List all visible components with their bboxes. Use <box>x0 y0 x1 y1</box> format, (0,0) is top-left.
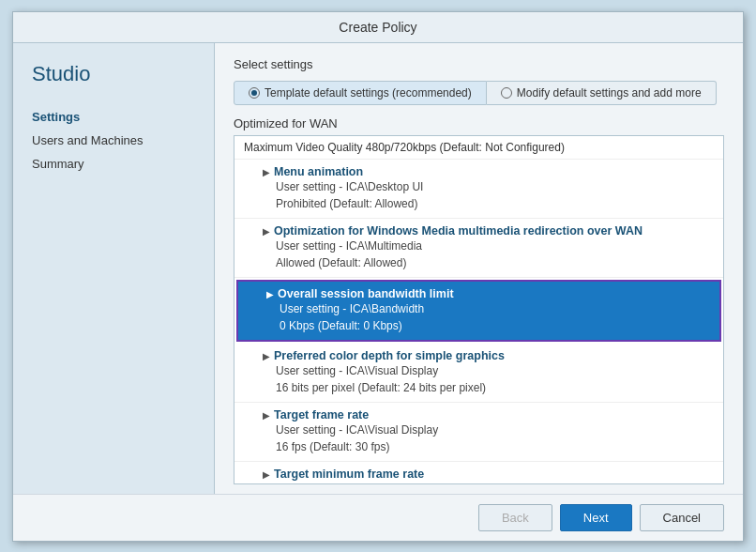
next-button[interactable]: Next <box>560 504 632 531</box>
item-sub1: User setting - ICA\Multimedia <box>263 238 714 254</box>
radio-modify-label: Modify default settings and add more <box>517 86 702 100</box>
expand-icon: ▶ <box>263 469 270 480</box>
expand-icon: ▶ <box>263 410 270 421</box>
settings-list[interactable]: Maximum Video Quality 480p/720kbps (Defa… <box>234 135 724 484</box>
sidebar-item-summary[interactable]: Summary <box>13 152 214 176</box>
back-button[interactable]: Back <box>478 504 552 531</box>
create-policy-dialog: Create Policy Studio Settings Users and … <box>12 11 744 542</box>
sidebar-item-settings[interactable]: Settings <box>13 105 214 129</box>
settings-item-header: ▶ Menu animation <box>263 165 714 178</box>
item-title: Overall session bandwidth limit <box>278 287 454 300</box>
expand-icon: ▶ <box>263 167 270 177</box>
list-item[interactable]: ▶ Optimization for Windows Media multime… <box>234 219 723 278</box>
item-sub1: User setting - ICA\Bandwidth <box>266 300 710 317</box>
dialog-title: Create Policy <box>13 12 743 43</box>
sidebar-item-users-and-machines[interactable]: Users and Machines <box>13 129 214 152</box>
settings-item-header: ▶ Target minimum frame rate <box>263 468 714 481</box>
item-title: Optimization for Windows Media multimedi… <box>274 224 643 238</box>
optimized-for-label: Optimized for WAN <box>234 116 724 130</box>
radio-group: Template default settings (recommended) … <box>234 81 724 105</box>
radio-modify[interactable]: Modify default settings and add more <box>487 81 717 105</box>
dialog-body: Studio Settings Users and Machines Summa… <box>13 43 743 494</box>
sidebar: Studio Settings Users and Machines Summa… <box>13 43 215 494</box>
radio-template-label: Template default settings (recommended) <box>265 86 472 100</box>
list-item[interactable]: ▶ Target frame rate User setting - ICA\V… <box>234 403 723 462</box>
item-sub2: 16 fps (Default: 30 fps) <box>263 438 714 455</box>
item-title: Preferred color depth for simple graphic… <box>274 349 505 362</box>
item-sub1: User setting - ICA\Visual Display\Moving… <box>263 481 714 484</box>
radio-template-circle <box>249 87 260 99</box>
main-content: Select settings Template default setting… <box>215 43 743 494</box>
item-sub2: 0 Kbps (Default: 0 Kbps) <box>266 317 710 334</box>
cancel-button[interactable]: Cancel <box>640 504 724 531</box>
item-sub2: Allowed (Default: Allowed) <box>263 254 714 271</box>
settings-item-header: ▶ Optimization for Windows Media multime… <box>263 224 714 238</box>
item-title: Menu animation <box>274 165 363 178</box>
settings-item-header: ▶ Overall session bandwidth limit <box>266 287 710 300</box>
item-sub2: Prohibited (Default: Allowed) <box>263 195 714 212</box>
list-item[interactable]: ▶ Preferred color depth for simple graph… <box>234 344 723 403</box>
select-settings-label: Select settings <box>234 57 724 71</box>
item-title: Target frame rate <box>274 408 369 422</box>
expand-icon: ▶ <box>263 351 270 361</box>
list-item-highlighted[interactable]: ▶ Overall session bandwidth limit User s… <box>236 280 721 342</box>
item-sub2: 16 bits per pixel (Default: 24 bits per … <box>263 379 714 396</box>
expand-icon: ▶ <box>266 289 274 299</box>
item-sub1: User setting - ICA\Desktop UI <box>263 178 714 195</box>
expand-icon: ▶ <box>263 226 270 237</box>
radio-modify-circle <box>501 87 512 99</box>
sidebar-logo: Studio <box>13 62 214 105</box>
list-item[interactable]: ▶ Menu animation User setting - ICA\Desk… <box>234 160 723 219</box>
settings-item-header: ▶ Target frame rate <box>263 408 714 422</box>
settings-item-header: ▶ Preferred color depth for simple graph… <box>263 349 714 362</box>
radio-template[interactable]: Template default settings (recommended) <box>234 81 487 105</box>
item-sub1: User setting - ICA\Visual Display <box>263 362 714 379</box>
dialog-footer: Back Next Cancel <box>13 494 743 541</box>
sidebar-nav: Settings Users and Machines Summary <box>13 105 214 176</box>
item-sub1: User setting - ICA\Visual Display <box>263 422 714 438</box>
list-item[interactable]: ▶ Target minimum frame rate User setting… <box>234 462 723 484</box>
max-video-row: Maximum Video Quality 480p/720kbps (Defa… <box>234 136 723 160</box>
item-title: Target minimum frame rate <box>274 468 424 481</box>
